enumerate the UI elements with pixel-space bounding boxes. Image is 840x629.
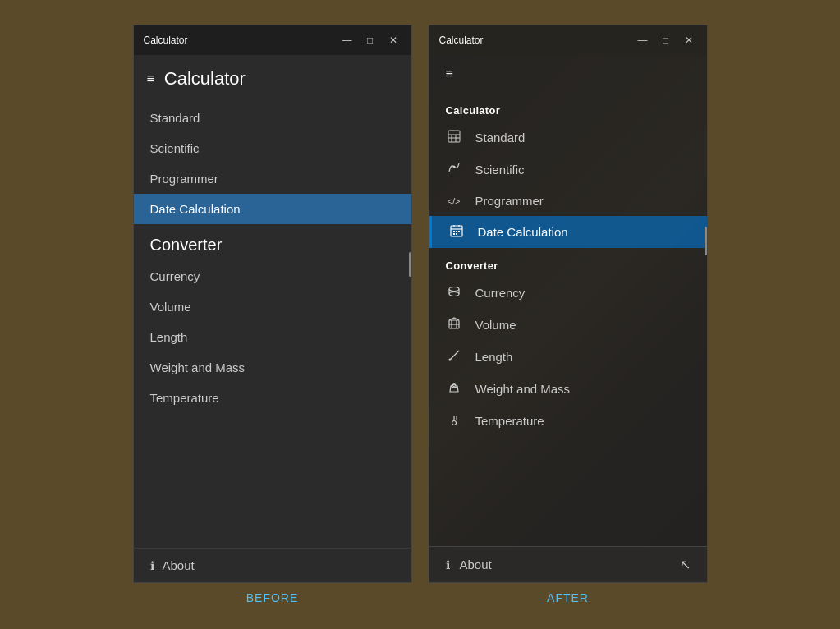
before-bottom-bar: ℹ About bbox=[134, 548, 411, 582]
after-programmer-icon: </> bbox=[446, 196, 462, 206]
before-nav-scientific[interactable]: Scientific bbox=[134, 133, 411, 163]
after-scrollbar bbox=[705, 227, 707, 255]
before-minimize-btn[interactable]: — bbox=[339, 34, 356, 46]
before-info-icon: ℹ bbox=[150, 559, 154, 572]
after-window-title: Calculator bbox=[439, 34, 484, 46]
after-nav-currency[interactable]: Currency bbox=[429, 277, 707, 309]
after-nav-date-calculation[interactable]: Date Calculation bbox=[429, 216, 707, 248]
before-nav-volume[interactable]: Volume bbox=[134, 292, 411, 322]
before-nav-length[interactable]: Length bbox=[134, 322, 411, 352]
after-info-icon: ℹ bbox=[446, 558, 450, 572]
after-converter-section-header: Converter bbox=[429, 248, 707, 277]
before-nav-programmer[interactable]: Programmer bbox=[134, 163, 411, 194]
svg-rect-14 bbox=[456, 233, 457, 235]
svg-rect-0 bbox=[448, 131, 460, 142]
before-sidebar[interactable]: ≡ Calculator Standard Scientific Program… bbox=[134, 55, 411, 548]
svg-point-24 bbox=[448, 359, 451, 361]
after-close-btn[interactable]: ✕ bbox=[681, 34, 697, 46]
before-window-title: Calculator bbox=[144, 34, 188, 46]
before-close-btn[interactable]: ✕ bbox=[385, 34, 402, 46]
after-bottom-bar: ℹ About ↖ bbox=[429, 546, 707, 582]
after-titlebar-controls: — □ ✕ bbox=[635, 34, 697, 46]
after-standard-icon bbox=[446, 130, 462, 145]
after-nav-standard[interactable]: Standard bbox=[429, 122, 707, 154]
before-panel-wrapper: Calculator — □ ✕ ≡ Calculator bbox=[133, 25, 412, 604]
before-nav-temperature[interactable]: Temperature bbox=[134, 383, 411, 413]
before-content: ≡ Calculator Standard Scientific Program… bbox=[134, 55, 411, 548]
after-label: AFTER bbox=[547, 591, 589, 604]
after-weight-icon bbox=[446, 381, 462, 397]
after-temperature-icon bbox=[446, 413, 462, 429]
before-hamburger-icon[interactable]: ≡ bbox=[147, 71, 154, 86]
after-nav-length[interactable]: Length bbox=[429, 341, 707, 373]
after-nav-weight[interactable]: Weight and Mass bbox=[429, 373, 707, 405]
after-sidebar[interactable]: ≡ Calculator bbox=[429, 55, 707, 546]
after-titlebar: Calculator — □ ✕ bbox=[429, 25, 707, 55]
before-scrollbar bbox=[409, 252, 411, 277]
after-nav-temperature[interactable]: Temperature bbox=[429, 405, 707, 437]
before-app-header: ≡ Calculator bbox=[134, 55, 411, 103]
after-volume-icon bbox=[446, 317, 462, 333]
before-titlebar: Calculator — □ ✕ bbox=[134, 25, 411, 55]
svg-rect-10 bbox=[453, 231, 455, 232]
before-nav-standard[interactable]: Standard bbox=[134, 103, 411, 133]
before-label: BEFORE bbox=[246, 591, 299, 604]
before-app-title: Calculator bbox=[164, 68, 246, 90]
svg-point-15 bbox=[449, 287, 459, 292]
after-nav-programmer[interactable]: </> Programmer bbox=[429, 186, 707, 216]
before-nav-currency[interactable]: Currency bbox=[134, 261, 411, 292]
after-app-header: ≡ bbox=[429, 55, 707, 93]
svg-rect-13 bbox=[453, 233, 455, 235]
after-content: ≡ Calculator bbox=[429, 55, 707, 546]
before-about-label[interactable]: About bbox=[163, 558, 195, 572]
after-hamburger-icon[interactable]: ≡ bbox=[446, 67, 453, 80]
after-nav-scientific[interactable]: Scientific bbox=[429, 154, 707, 186]
after-length-icon bbox=[446, 349, 462, 365]
before-nav-weight[interactable]: Weight and Mass bbox=[134, 352, 411, 383]
svg-point-18 bbox=[449, 292, 459, 296]
svg-rect-11 bbox=[456, 231, 457, 232]
after-panel-wrapper: Calculator — □ ✕ ≡ Calculator bbox=[429, 25, 708, 604]
before-nav-date-calculation[interactable]: Date Calculation bbox=[134, 194, 411, 224]
after-window: Calculator — □ ✕ ≡ Calculator bbox=[429, 25, 708, 583]
svg-rect-12 bbox=[458, 231, 460, 232]
before-maximize-btn[interactable]: □ bbox=[362, 34, 379, 46]
comparison-container: Calculator — □ ✕ ≡ Calculator bbox=[117, 8, 724, 621]
after-nav-volume[interactable]: Volume bbox=[429, 309, 707, 341]
after-minimize-btn[interactable]: — bbox=[635, 34, 651, 46]
after-currency-icon bbox=[446, 285, 462, 301]
svg-point-27 bbox=[452, 421, 456, 425]
before-titlebar-controls: — □ ✕ bbox=[339, 34, 402, 46]
before-window: Calculator — □ ✕ ≡ Calculator bbox=[133, 25, 412, 583]
svg-point-5 bbox=[452, 166, 455, 168]
after-calculator-section-header: Calculator bbox=[429, 93, 707, 122]
after-date-icon bbox=[448, 224, 465, 240]
after-scientific-icon bbox=[446, 162, 462, 177]
before-converter-header: Converter bbox=[134, 224, 411, 261]
cursor-indicator: ↖ bbox=[680, 557, 691, 572]
after-about-label[interactable]: About bbox=[460, 558, 492, 572]
after-maximize-btn[interactable]: □ bbox=[658, 34, 674, 46]
